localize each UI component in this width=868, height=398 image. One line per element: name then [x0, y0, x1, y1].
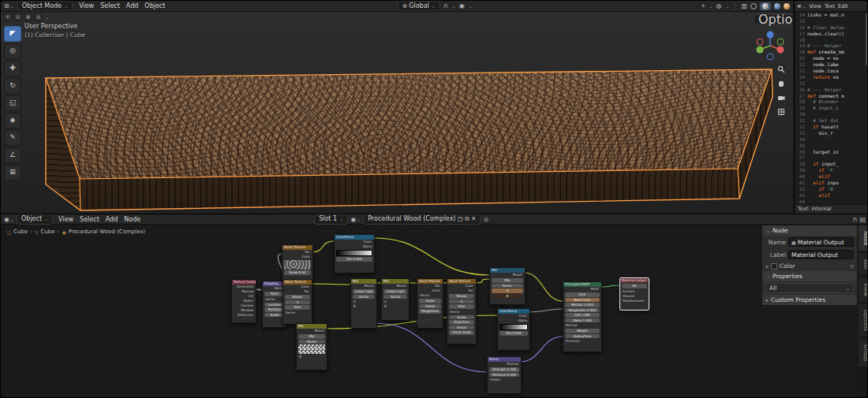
shading-material-icon[interactable]: [774, 3, 780, 9]
node-widget[interactable]: Distortion: [449, 320, 474, 325]
orthographic-toggle-icon[interactable]: [776, 106, 786, 117]
node-widget[interactable]: Factor: [298, 340, 325, 344]
pan-hand-icon[interactable]: [776, 78, 786, 88]
menu-view[interactable]: View: [76, 1, 97, 11]
editor-type-text-icon[interactable]: ≣⌄: [797, 3, 806, 9]
options-button[interactable]: Options⌄: [754, 14, 793, 24]
unlink-material-icon[interactable]: ✕: [471, 215, 477, 223]
overlay-panel-icon[interactable]: ▤: [859, 216, 866, 223]
menu-edit[interactable]: Edit: [836, 2, 850, 11]
editor-type-shader-icon[interactable]: ◉⌄: [4, 216, 14, 223]
node-wave-texture[interactable]: Wave TextureColorFacBandsXSineVector: [282, 279, 312, 325]
gizmo-toggle-icon[interactable]: ⌖: [702, 2, 705, 10]
node-widget[interactable]: Pos 0.500: [336, 257, 372, 262]
node-widget[interactable]: A: [492, 288, 523, 293]
node-noise-texture[interactable]: Noise TextureFacColorVectorScaleDetailRo…: [417, 278, 443, 329]
tool-measure-icon[interactable]: ∠: [4, 147, 21, 163]
sidebar-tab-view[interactable]: View: [858, 277, 868, 303]
material-browse-icon[interactable]: ◉⌄: [350, 216, 361, 223]
menu-text[interactable]: Text: [823, 2, 836, 11]
tool-add-cube-icon[interactable]: ⊞: [4, 165, 21, 180]
node-widget[interactable]: Sine: [285, 305, 310, 310]
breadcrumb-item[interactable]: Cube: [13, 229, 28, 235]
node-mix[interactable]: MixResultLinear LightFactorAB: [350, 278, 377, 329]
node-widget[interactable]: Scale: [449, 315, 474, 320]
color-filter-icon[interactable]: ▽: [850, 263, 854, 269]
node-colorramp[interactable]: ColorRampColorAlphaPos 0.500: [334, 234, 375, 273]
menu-select[interactable]: Select: [77, 214, 103, 225]
sidebar-tab-node[interactable]: Node: [858, 225, 868, 251]
node-widget[interactable]: Distance 0.100: [489, 373, 519, 378]
sidebar-tab-group[interactable]: Group: [858, 338, 868, 367]
tool-settings-icon-3[interactable]: ▦: [24, 13, 32, 21]
node-mix[interactable]: MixResultMixFactorB: [296, 323, 327, 370]
pin-icon[interactable]: ⊙: [483, 216, 488, 223]
node-widget[interactable]: Sine: [449, 304, 474, 309]
viewport-3d[interactable]: ⊞ ▤ ▦ ▥ ⌄ User Perspective (1) Collectio…: [1, 12, 793, 214]
colorramp-gradient[interactable]: [499, 324, 528, 330]
node-widget[interactable]: Subsurface: [565, 334, 600, 339]
breadcrumb-item[interactable]: Procedural Wood (Complex): [69, 229, 145, 235]
sidebar-tab-tool[interactable]: Tool: [858, 252, 868, 276]
node-texture-coordinate[interactable]: Texture CoordinateGeneratedNormalUVObjec…: [231, 279, 256, 323]
node-wave-texture[interactable]: Wave TextureColorFacBandsXSineVectorScal…: [447, 278, 477, 344]
editor-type-3d-icon[interactable]: ⊞⌄: [4, 2, 14, 9]
node-mix[interactable]: MixResultLinear LightFactorAB: [381, 278, 410, 321]
node-widget[interactable]: Detail Scale: [449, 330, 474, 335]
menu-add[interactable]: Add: [103, 214, 122, 225]
node-widget[interactable]: X: [449, 299, 474, 304]
node-widget[interactable]: Factor: [353, 295, 375, 299]
node-widget[interactable]: Factor: [383, 295, 407, 299]
shading-rendered-icon[interactable]: [784, 3, 790, 9]
shading-solid-active[interactable]: [760, 2, 771, 10]
xray-toggle-icon[interactable]: ▥: [741, 2, 747, 9]
node-widget[interactable]: Roughness: [419, 309, 441, 314]
tool-cursor-icon[interactable]: ◎: [4, 43, 21, 59]
node-widget[interactable]: Strength 0.300: [489, 367, 519, 372]
tool-settings-icon-1[interactable]: ⊞: [3, 13, 12, 21]
node-widget[interactable]: Pos 0.500: [499, 331, 528, 336]
node-noise-texture[interactable]: Noise TextureFacColorScale 5.00: [282, 244, 313, 282]
menu-add[interactable]: Add: [123, 1, 142, 11]
shader-type-dropdown[interactable]: Object⌄: [17, 214, 53, 225]
material-name-field[interactable]: Procedural Wood (Complex) ◳ ⧉ ✕: [363, 214, 481, 225]
menu-view[interactable]: View: [807, 2, 822, 11]
menu-view[interactable]: View: [55, 214, 77, 225]
node-widget[interactable]: IOR 1.450: [565, 313, 600, 318]
tool-settings-icon-2[interactable]: ▤: [13, 13, 22, 21]
node-widget[interactable]: Scale 5.00: [284, 270, 311, 275]
target-select[interactable]: All⌄: [765, 283, 854, 293]
node-mix[interactable]: MixResultMixFactorAB: [489, 267, 526, 305]
color-section-row[interactable]: ▸ Color ▽: [762, 261, 857, 271]
transform-orientation-dropdown[interactable]: ⊕Global⌄: [398, 1, 440, 11]
node-material-output[interactable]: Material OutputAllSurfaceVolumeDisplacem…: [619, 277, 649, 311]
camera-view-icon[interactable]: [776, 92, 786, 102]
custom-properties-header[interactable]: ▸Custom Properties: [762, 295, 857, 305]
tool-settings-icon-4[interactable]: ▥: [34, 13, 43, 21]
node-widget[interactable]: Mix: [492, 278, 523, 283]
node-graph[interactable]: Texture CoordinateGeneratedNormalUVObjec…: [1, 225, 858, 398]
fake-user-shield-icon[interactable]: ◳: [458, 215, 464, 223]
node-widget[interactable]: X: [285, 300, 310, 305]
shading-wireframe-icon[interactable]: [750, 3, 757, 9]
node-bump[interactable]: BumpNormalStrength 0.300Distance 0.100He…: [487, 356, 522, 394]
properties-section-header[interactable]: ⌄Properties: [762, 271, 857, 281]
node-widget[interactable]: All: [622, 284, 647, 288]
tool-transform-icon[interactable]: ◈: [4, 113, 21, 128]
colorramp-gradient[interactable]: [336, 250, 372, 256]
node-section-header[interactable]: ⌄Node: [762, 225, 857, 236]
node-widget[interactable]: Roughness 0.500: [565, 308, 600, 313]
node-widget[interactable]: Linear Light: [353, 289, 375, 294]
tool-annotate-icon[interactable]: ✎: [4, 130, 21, 146]
navigation-gizmo[interactable]: [752, 28, 788, 64]
node-widget[interactable]: Base Color: [565, 298, 600, 303]
node-widget[interactable]: Linear Light: [383, 289, 407, 294]
sidebar-tab-options[interactable]: Options: [858, 303, 868, 337]
snap-magnet-icon[interactable]: ∩: [443, 2, 448, 9]
menu-object[interactable]: Object: [141, 1, 168, 11]
node-name-field[interactable]: ▦Material Output: [788, 237, 854, 247]
zoom-icon[interactable]: [776, 64, 786, 74]
node-widget[interactable]: Mix: [298, 334, 325, 339]
node-widget[interactable]: Detail: [449, 325, 474, 330]
node-label-field[interactable]: Material Output: [788, 250, 854, 259]
